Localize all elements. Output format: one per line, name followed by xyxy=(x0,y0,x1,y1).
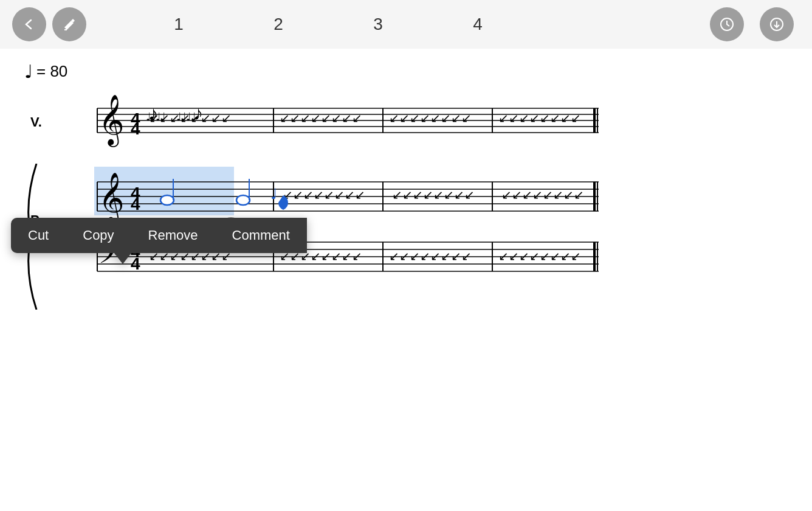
svg-text:↙↙↙↙↙↙↙↙: ↙↙↙↙↙↙↙↙ xyxy=(283,188,365,201)
history-button[interactable] xyxy=(710,7,744,41)
beat-2: 2 xyxy=(274,15,283,34)
blue-drop xyxy=(277,194,290,214)
svg-point-40 xyxy=(160,195,174,205)
right-icons xyxy=(710,7,800,41)
top-bar: 1 2 3 4 xyxy=(0,0,812,49)
beat-numbers: 1 2 3 4 xyxy=(92,15,710,34)
svg-text:4: 4 xyxy=(131,254,140,273)
svg-text:↙↙↙↙↙↙↙↙: ↙↙↙↙↙↙↙↙ xyxy=(389,249,472,263)
svg-text:4: 4 xyxy=(131,195,140,214)
back-button[interactable] xyxy=(12,7,46,41)
violin-staff: 𝄞 4 4 ♩♩♩♩ ♩♩♩♩ 𝅘𝅥𝅮𝅘𝅥𝅮𝅘𝅥𝅮𝅘𝅥𝅮 𝅘𝅥𝅮𝅘𝅥𝅮𝅘𝅥𝅮𝅘𝅥… xyxy=(55,93,602,154)
context-menu: Cut Copy Remove Comment xyxy=(11,218,307,253)
tempo-note-icon: ♩ xyxy=(24,61,33,82)
svg-text:↙↙↙↙↙↙↙↙: ↙↙↙↙↙↙↙↙ xyxy=(392,188,475,201)
beat-4: 4 xyxy=(473,15,483,34)
tempo-value: = 80 xyxy=(36,62,67,81)
edit-button[interactable] xyxy=(52,7,86,41)
beat-3: 3 xyxy=(373,15,383,34)
svg-text:↙↙↙↙↙↙↙↙: ↙↙↙↙↙↙↙↙ xyxy=(498,249,581,263)
score-area: ♩ = 80 V. 𝄞 4 4 ♩♩♩♩ ♩♩♩♩ xyxy=(0,49,812,511)
remove-button[interactable]: Remove xyxy=(131,218,215,253)
violin-staff-container: V. 𝄞 4 4 ♩♩♩♩ ♩♩♩♩ 𝅘 xyxy=(55,93,788,154)
cut-button[interactable]: Cut xyxy=(11,218,66,253)
svg-text:𝄞: 𝄞 xyxy=(98,95,125,147)
violin-label: V. xyxy=(30,114,42,130)
copy-button[interactable]: Copy xyxy=(66,218,131,253)
comment-button[interactable]: Comment xyxy=(215,218,307,253)
svg-text:↙↙↙↙↙↙↙↙: ↙↙↙↙↙↙↙↙ xyxy=(280,111,362,125)
svg-text:↙↙↙↙↙↙↙↙: ↙↙↙↙↙↙↙↙ xyxy=(501,188,584,201)
download-button[interactable] xyxy=(760,7,794,41)
beat-1: 1 xyxy=(174,15,184,34)
svg-text:↙↙↙↙↙↙↙↙: ↙↙↙↙↙↙↙↙ xyxy=(389,111,472,125)
context-menu-arrow xyxy=(114,253,131,264)
svg-point-42 xyxy=(236,195,250,205)
svg-text:↙↙↙↙↙↙↙↙: ↙↙↙↙↙↙↙↙ xyxy=(498,111,581,125)
svg-text:4: 4 xyxy=(131,119,140,138)
tempo-marking: ♩ = 80 xyxy=(24,61,788,82)
svg-text:↙↙↙↙↙↙↙↙: ↙↙↙↙↙↙↙↙ xyxy=(149,111,232,125)
